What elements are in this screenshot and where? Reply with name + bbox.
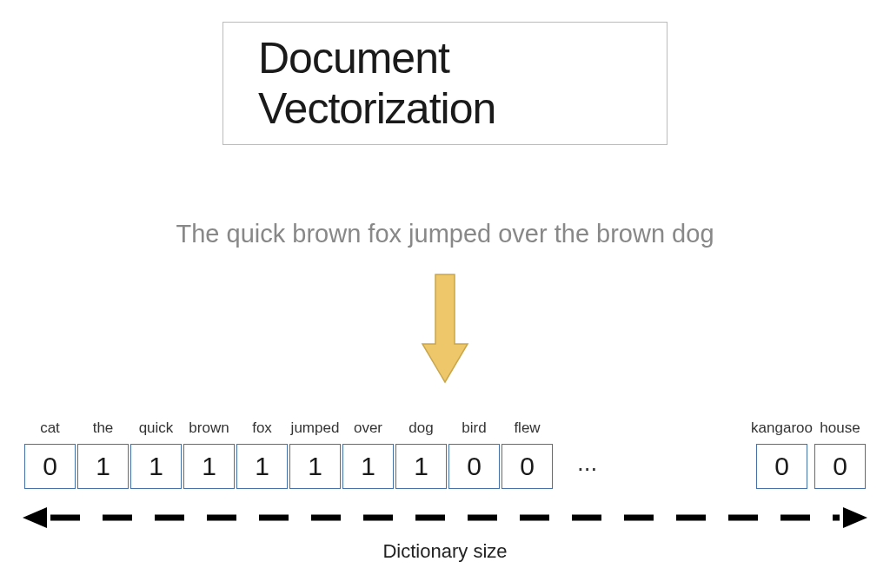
vector-value-box: 0 xyxy=(501,444,553,489)
vector-row: cat0the1quick1brown1fox1jumped1over1dog1… xyxy=(24,420,866,489)
vector-word-label: kangaroo xyxy=(751,420,813,439)
vector-value-box: 0 xyxy=(448,444,500,489)
vector-cell: the1 xyxy=(77,420,129,489)
vector-right-group: kangaroo0house0 xyxy=(751,420,866,489)
title-box: Document Vectorization xyxy=(222,22,668,145)
vector-value-box: 1 xyxy=(342,444,394,489)
svg-marker-1 xyxy=(843,507,867,528)
vector-value-box: 1 xyxy=(236,444,288,489)
vector-value-box: 0 xyxy=(24,444,76,489)
vector-cell: house0 xyxy=(814,420,866,489)
vector-word-label: fox xyxy=(252,420,272,439)
dict-size-label: Dictionary size xyxy=(21,540,869,563)
vector-word-label: dog xyxy=(408,420,433,439)
example-sentence: The quick brown fox jumped over the brow… xyxy=(176,220,714,248)
vector-cell: over1 xyxy=(342,420,394,489)
vector-cell: dog1 xyxy=(395,420,447,489)
vector-cell: quick1 xyxy=(130,420,182,489)
vector-word-label: jumped xyxy=(291,420,340,439)
vector-word-label: quick xyxy=(139,420,174,439)
vector-word-label: flew xyxy=(514,420,540,439)
vector-word-label: cat xyxy=(40,420,60,439)
vector-cell: flew0 xyxy=(501,420,553,489)
vector-word-label: over xyxy=(354,420,382,439)
vector-cell: bird0 xyxy=(448,420,500,489)
vector-word-label: the xyxy=(93,420,114,439)
page-title: Document Vectorization xyxy=(258,34,495,133)
vector-value-box: 1 xyxy=(130,444,182,489)
vector-value-box: 1 xyxy=(77,444,129,489)
vector-word-label: brown xyxy=(189,420,229,439)
vector-ellipsis: ... xyxy=(553,444,613,489)
vector-word-label: house xyxy=(820,420,860,439)
vector-value-box: 0 xyxy=(756,444,807,489)
vector-word-label: bird xyxy=(462,420,486,439)
vector-cell: jumped1 xyxy=(289,420,341,489)
vector-left-group: cat0the1quick1brown1fox1jumped1over1dog1… xyxy=(24,420,553,489)
vector-value-box: 1 xyxy=(289,444,341,489)
vector-cell: kangaroo0 xyxy=(751,420,813,489)
vector-value-box: 0 xyxy=(814,444,866,489)
vector-value-box: 1 xyxy=(183,444,235,489)
vector-cell: cat0 xyxy=(24,420,76,489)
svg-marker-0 xyxy=(23,507,47,528)
vector-cell: brown1 xyxy=(183,420,235,489)
dict-size-indicator: Dictionary size xyxy=(21,504,869,563)
vector-value-box: 1 xyxy=(395,444,447,489)
down-arrow-icon xyxy=(421,273,469,389)
vector-cell: fox1 xyxy=(236,420,288,489)
